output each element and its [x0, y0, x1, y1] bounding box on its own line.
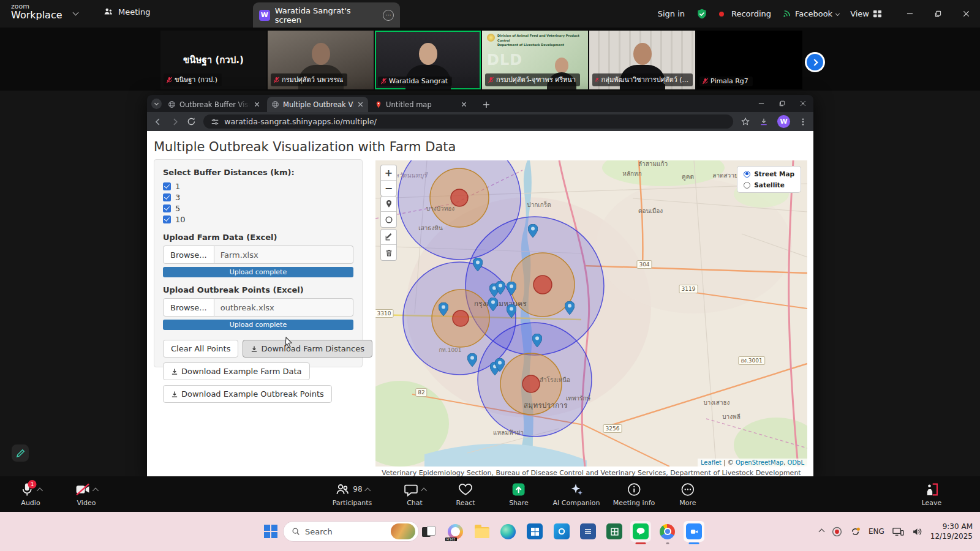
farm-marker-pin-icon[interactable] — [473, 258, 483, 271]
annotation-button[interactable] — [12, 444, 29, 462]
tray-recording-icon[interactable] — [832, 527, 842, 537]
taskbar-icon-word[interactable] — [578, 521, 598, 542]
bookmark-star-icon[interactable] — [741, 117, 750, 127]
farm-marker-pin-icon[interactable] — [488, 298, 498, 311]
basemap-radio-street-map[interactable]: Street Map — [744, 170, 794, 178]
farm-marker-pin-icon[interactable] — [507, 304, 516, 318]
tab-close-icon[interactable] — [254, 101, 260, 108]
taskbar-icon-chrome[interactable] — [657, 521, 678, 542]
participant-tile[interactable]: กรมปศุสัตว์ นพวรรณ — [268, 31, 374, 89]
browser-tab[interactable]: Multiple Outbreak Visualization — [267, 97, 368, 112]
farm-marker-pin-icon[interactable] — [528, 224, 538, 238]
toolbar-react[interactable]: React — [456, 480, 475, 507]
participant-tile[interactable]: Pimala Rg7 — [696, 31, 802, 89]
basemap-radio-satellite[interactable]: Satellite — [744, 181, 794, 189]
farm-marker-pin-icon[interactable] — [439, 302, 448, 316]
download-example-outbreak-button[interactable]: Download Example Outbreak Points — [163, 385, 332, 403]
browser-tab[interactable]: Untitled map — [371, 97, 472, 112]
taskbar-icon-copilot[interactable]: M365 — [445, 521, 466, 542]
toolbar-share[interactable]: Share — [509, 480, 529, 507]
window-minimize-icon[interactable] — [895, 0, 924, 28]
back-icon[interactable] — [153, 117, 163, 127]
tray-overflow-chevron-icon[interactable] — [819, 528, 825, 534]
share-tab-more-icon[interactable]: ⋯ — [383, 10, 394, 21]
chevron-up-icon[interactable] — [364, 487, 371, 493]
chevron-up-icon[interactable] — [92, 487, 99, 493]
brand-chevron-down-icon[interactable] — [73, 10, 79, 16]
tab-shared-screen[interactable]: W Waratida Sangrat's screen ⋯ — [253, 2, 400, 28]
taskbar-search[interactable]: Search — [283, 521, 419, 542]
farm-browse-button[interactable]: Browse... — [163, 246, 214, 264]
taskbar-icon-excel[interactable] — [604, 521, 625, 542]
farm-marker-pin-icon[interactable] — [467, 353, 477, 367]
view-button[interactable]: View — [850, 9, 882, 18]
kebab-menu-icon[interactable] — [799, 118, 807, 126]
checkbox-checked-icon[interactable] — [163, 216, 171, 223]
farm-marker-pin-icon[interactable] — [496, 281, 505, 294]
outbreak-filename-field[interactable]: outbreak.xlsx — [214, 298, 353, 317]
taskbar-icon-taskview[interactable] — [418, 521, 439, 542]
sign-in-button[interactable]: Sign in — [658, 9, 685, 18]
odbl-link[interactable]: ODbL — [788, 459, 805, 466]
farm-marker-pin-icon[interactable] — [565, 301, 575, 315]
participant-tile[interactable]: ขนิษฐา (กวป.)ขนิษฐา (กวป.) — [160, 31, 266, 89]
chevron-up-icon[interactable] — [37, 487, 43, 493]
taskbar-clock[interactable]: 9:30 AM 12/19/2025 — [930, 522, 973, 541]
download-farm-distances-button[interactable]: Download Farm Distances — [243, 340, 372, 358]
tab-meeting[interactable]: Meeting — [103, 6, 150, 17]
participant-tile[interactable]: กลุ่มพัฒนาวิชาการปศุสัตว์ (... — [589, 31, 695, 89]
taskbar-icon-folder[interactable] — [472, 521, 492, 542]
delete-layers-button[interactable] — [381, 245, 396, 260]
zoom-out-button[interactable]: − — [381, 181, 396, 196]
farm-filename-field[interactable]: Farm.xlsx — [214, 246, 353, 264]
toolbar-more[interactable]: More — [679, 480, 696, 507]
tab-search-icon[interactable] — [151, 99, 162, 109]
taskbar-icon-zoom[interactable] — [684, 521, 704, 542]
window-maximize-icon[interactable] — [924, 0, 952, 28]
browser-close-icon[interactable] — [793, 95, 813, 112]
new-tab-button[interactable] — [481, 99, 491, 110]
downloads-icon[interactable] — [759, 117, 769, 127]
browser-minimize-icon[interactable] — [751, 95, 772, 112]
toolbar-meeting-info[interactable]: Meeting info — [613, 480, 655, 507]
buffer-checkbox-row[interactable]: 10 — [163, 214, 353, 225]
zoom-in-button[interactable]: + — [381, 165, 396, 181]
start-button[interactable] — [262, 523, 279, 540]
draw-circle-button[interactable] — [381, 212, 396, 227]
next-participants-page-button[interactable] — [805, 52, 825, 72]
browser-restore-icon[interactable] — [772, 95, 793, 112]
security-shield-icon[interactable] — [696, 8, 708, 20]
toolbar-video[interactable]: Video — [75, 480, 98, 507]
radio-icon[interactable] — [744, 171, 750, 178]
language-indicator[interactable]: ENG — [869, 527, 884, 536]
tab-close-icon[interactable] — [461, 101, 467, 108]
live-stream-facebook[interactable]: Facebook — [782, 9, 839, 18]
toolbar-ai-companion[interactable]: AI Companion — [553, 480, 600, 507]
recording-indicator[interactable]: Recording — [719, 9, 771, 18]
buffer-checkbox-row[interactable]: 3 — [163, 192, 353, 203]
forward-icon[interactable] — [170, 117, 180, 127]
zoom-workplace-brand[interactable]: zoom Workplace — [11, 3, 62, 20]
leaflet-map[interactable]: จังหวัดนนทบุรีลำสามแก้วหลักหกคูคตลาดสวาย… — [375, 160, 807, 467]
toolbar-audio[interactable]: 1Audio — [20, 480, 42, 507]
radio-icon[interactable] — [744, 182, 750, 189]
window-close-icon[interactable] — [952, 0, 980, 28]
volume-icon[interactable] — [912, 527, 922, 537]
participant-tile[interactable]: Division of Animal Feed and Veterinary P… — [482, 31, 588, 89]
draw-marker-button[interactable] — [381, 197, 396, 212]
farm-marker-pin-icon[interactable] — [532, 334, 542, 347]
address-bar[interactable]: waratida-sangrat.shinyapps.io/multiple/ — [203, 114, 733, 129]
checkbox-checked-icon[interactable] — [163, 204, 171, 212]
tray-update-icon[interactable] — [850, 527, 861, 537]
farm-marker-pin-icon[interactable] — [495, 358, 505, 372]
network-device-icon[interactable] — [892, 527, 904, 537]
chevron-up-icon[interactable] — [421, 487, 427, 493]
osm-link[interactable]: OpenStreetMap — [736, 459, 783, 466]
reload-icon[interactable] — [187, 117, 196, 126]
clear-all-points-button[interactable]: Clear All Points — [163, 340, 238, 358]
outbreak-browse-button[interactable]: Browse... — [163, 298, 214, 317]
buffer-checkbox-row[interactable]: 1 — [163, 181, 353, 192]
tab-close-icon[interactable] — [357, 101, 364, 108]
profile-avatar[interactable]: W — [777, 115, 790, 128]
toolbar-leave[interactable]: Leave — [922, 480, 942, 507]
